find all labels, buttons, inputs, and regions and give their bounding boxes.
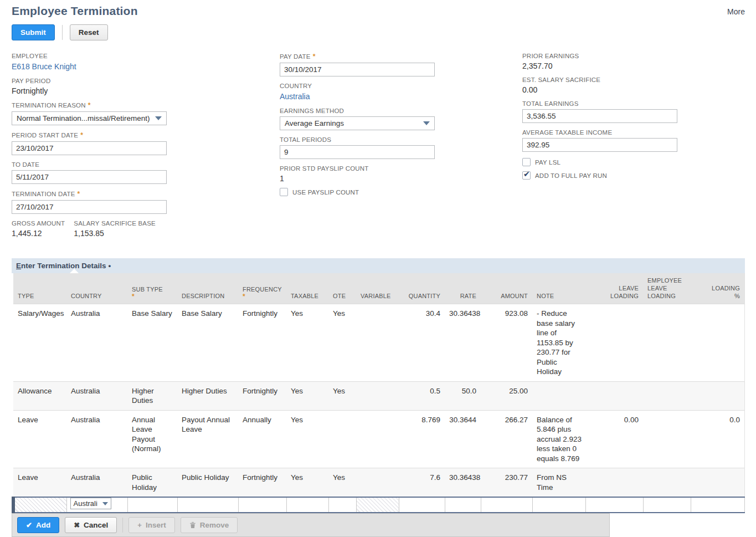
cell-sub-type: Annual Leave Payout (Normal) — [127, 410, 177, 468]
cell-rate: 30.3644 — [445, 410, 481, 468]
plus-icon: + — [137, 521, 142, 529]
edit-cell-frequency[interactable] — [238, 497, 286, 513]
required-asterisk: * — [78, 190, 80, 198]
edit-cell-taxable[interactable] — [286, 497, 328, 513]
cell-type: Leave — [13, 468, 66, 498]
edit-cell-leave-loading[interactable] — [585, 497, 643, 513]
cell-employee-leave-loading — [643, 381, 691, 410]
est-salary-sacrifice-label: EST. SALARY SACRIFICE — [522, 76, 745, 83]
tab-enter-termination-details[interactable]: Enter Termination Details• — [16, 262, 111, 270]
cell-note: - Reduce base salary line of 1153.85 by … — [532, 304, 585, 382]
cell-frequency: Fortnightly — [238, 381, 286, 410]
pay-date-label: PAY DATE* — [280, 53, 522, 60]
cell-country: Australia — [66, 381, 127, 410]
table-row-3[interactable]: Leave Australia Annual Leave Payout (Nor… — [13, 410, 744, 468]
est-salary-sacrifice-value: 0.00 — [522, 85, 745, 94]
cell-loading-pct — [691, 468, 744, 498]
cell-ote: Yes — [328, 468, 356, 498]
cell-frequency: Annually — [238, 410, 286, 468]
cancel-button[interactable]: ✖ Cancel — [65, 517, 117, 533]
edit-cell-employee-leave-loading[interactable] — [643, 497, 691, 513]
to-date-label: TO DATE — [12, 161, 280, 168]
table-row-1[interactable]: Salary/Wages Australia Base Salary Base … — [13, 304, 744, 382]
cell-variable — [356, 468, 399, 498]
country-label: COUNTRY — [280, 83, 522, 89]
edit-cell-note[interactable] — [532, 497, 585, 513]
termination-date-input[interactable] — [12, 200, 167, 214]
employee-label: EMPLOYEE — [12, 53, 280, 59]
cell-note: Balance of 5.846 plus accrual 2.923 less… — [532, 410, 585, 468]
cell-employee-leave-loading — [643, 468, 691, 498]
check-icon: ✔ — [26, 521, 32, 529]
edit-cell-ote[interactable] — [328, 497, 356, 513]
edit-cell-rate[interactable] — [445, 497, 481, 513]
edit-cell-sub-type[interactable] — [127, 497, 177, 513]
country-link[interactable]: Australia — [280, 92, 310, 101]
submit-button[interactable]: Submit — [12, 24, 55, 40]
to-date-input[interactable] — [12, 170, 167, 184]
termination-reason-label: TERMINATION REASON* — [12, 101, 280, 109]
termination-reason-select[interactable]: Normal Termination...missal/Retirement) — [12, 111, 167, 125]
table-row-2[interactable]: Allowance Australia Higher Duties Higher… — [13, 381, 744, 410]
column-header-frequency: FREQUENCY* — [238, 273, 286, 304]
pay-date-input[interactable] — [280, 63, 435, 76]
edit-cell-loading-pct[interactable] — [691, 497, 744, 513]
cell-note: From NS Time — [532, 468, 585, 498]
cell-taxable: Yes — [286, 381, 328, 410]
column-header-quantity: QUANTITY — [399, 273, 445, 304]
cell-taxable: Yes — [286, 410, 328, 468]
more-link[interactable]: More — [727, 7, 745, 16]
prior-earnings-label: PRIOR EARNINGS — [522, 53, 745, 59]
edit-cell-amount[interactable] — [481, 497, 532, 513]
pay-lsl-checkbox[interactable] — [522, 158, 531, 166]
column-header-taxable: TAXABLE — [286, 273, 328, 304]
cell-description: Public Holiday — [177, 468, 238, 498]
cell-quantity: 7.6 — [399, 468, 445, 498]
button-divider — [62, 25, 63, 40]
column-header-sub-type: SUB TYPE* — [127, 273, 177, 304]
termination-details-sublist: Enter Termination Details• TYPE COUNTRY … — [12, 258, 745, 537]
use-payslip-count-checkbox[interactable] — [280, 188, 288, 196]
active-tab-notch — [70, 269, 79, 273]
cell-description: Payout Annual Leave — [177, 410, 238, 468]
chevron-down-icon — [423, 121, 430, 125]
cell-amount: 266.27 — [481, 410, 532, 468]
main-form: EMPLOYEE E618 Bruce Knight PAY PERIOD Fo… — [12, 53, 745, 244]
edit-cell-variable — [356, 497, 399, 513]
edit-cell-description[interactable] — [177, 497, 238, 513]
table-row-4[interactable]: Leave Australia Public Holiday Public Ho… — [13, 468, 744, 498]
cell-quantity: 0.5 — [399, 381, 445, 410]
cell-loading-pct — [691, 304, 744, 382]
button-divider — [122, 518, 123, 533]
period-start-date-input[interactable] — [12, 141, 167, 155]
cell-leave-loading — [585, 381, 643, 410]
cell-leave-loading — [585, 304, 643, 382]
cell-description: Base Salary — [177, 304, 238, 382]
cell-ote: Yes — [328, 381, 356, 410]
salary-sacrifice-base-label: SALARY SACRIFICE BASE — [74, 220, 156, 227]
total-periods-input[interactable] — [280, 145, 435, 159]
cell-amount: 230.77 — [481, 468, 532, 498]
edit-cell-quantity[interactable] — [399, 497, 445, 513]
cell-quantity: 30.4 — [399, 304, 445, 382]
average-taxable-income-input[interactable] — [522, 138, 677, 152]
cell-type: Allowance — [13, 381, 66, 410]
required-asterisk: * — [80, 131, 83, 139]
termination-date-label: TERMINATION DATE* — [12, 190, 280, 198]
cell-variable — [356, 304, 399, 382]
add-button[interactable]: ✔ Add — [17, 517, 59, 533]
employee-link[interactable]: E618 Bruce Knight — [12, 62, 76, 71]
cell-country: Australia — [66, 304, 127, 382]
form-column-middle: PAY DATE* COUNTRY Australia EARNINGS MET… — [280, 53, 522, 244]
salary-sacrifice-base-value: 1,153.85 — [74, 229, 156, 238]
cell-ote — [328, 410, 356, 468]
required-asterisk: * — [88, 101, 91, 109]
earnings-method-select[interactable]: Average Earnings — [280, 116, 435, 130]
tab-bullet: • — [109, 262, 111, 270]
reset-button[interactable]: Reset — [70, 24, 108, 40]
edit-country-select[interactable]: Australi — [70, 498, 111, 509]
cell-loading-pct: 0.0 — [691, 410, 744, 468]
total-earnings-input[interactable] — [522, 109, 677, 123]
edit-country-value: Australi — [74, 499, 97, 509]
add-to-full-pay-run-checkbox[interactable] — [522, 171, 531, 180]
